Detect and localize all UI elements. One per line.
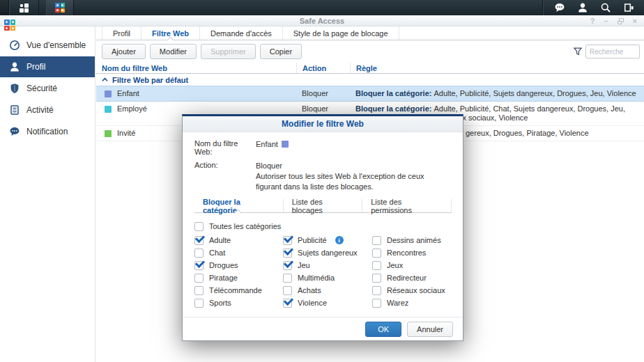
chevron-up-icon: [102, 77, 108, 82]
checkbox[interactable]: [372, 249, 381, 258]
sidebar-item-activite[interactable]: Activité: [0, 100, 95, 120]
search-input[interactable]: [585, 45, 640, 58]
checkbox-piratage[interactable]: Piratage: [194, 272, 283, 284]
window-titlebar[interactable]: Safe Access ? – ×: [0, 15, 644, 26]
filter-funnel-icon[interactable]: [574, 47, 582, 56]
checkbox[interactable]: [283, 249, 292, 258]
profile-name: Employé: [117, 104, 147, 113]
checkbox[interactable]: [194, 222, 204, 231]
rule-label: Bloquer la catégorie:: [355, 104, 431, 113]
tab-label: Liste des permissions: [371, 198, 443, 214]
tab-profil[interactable]: Profil: [102, 26, 141, 40]
copier-button[interactable]: Copier: [260, 44, 302, 59]
main-menu-grid-icon: [20, 3, 29, 13]
checkbox[interactable]: [194, 261, 204, 270]
search-icon[interactable]: [600, 2, 611, 13]
minimize-icon[interactable]: –: [604, 16, 608, 26]
modifier-button[interactable]: Modifier: [150, 44, 197, 59]
main-menu-button[interactable]: [9, 0, 39, 15]
overview-gauge-icon: [9, 40, 20, 51]
sidebar-item-label: Sécurité: [26, 84, 57, 93]
checkbox-redirecteur[interactable]: Redirecteur: [372, 272, 452, 284]
sidebar-item-label: Vue d'ensemble: [26, 40, 86, 50]
widgets-icon[interactable]: [623, 2, 634, 13]
checkbox-label: Jeux: [387, 261, 403, 269]
group-row-filtre-web-par-defaut[interactable]: Filtre Web par défaut: [96, 74, 644, 86]
checkbox[interactable]: [283, 286, 292, 295]
tab-style-page-blocage[interactable]: Style de la page de blocage: [283, 26, 399, 40]
modal-tab-bloquer-la-categorie[interactable]: Bloquer la catégorie: [194, 199, 284, 212]
tab-filtre-web[interactable]: Filtre Web: [141, 26, 200, 40]
profile-color-chip: [105, 90, 112, 97]
modal-tab-liste-des-blocages[interactable]: Liste des blocages: [284, 199, 363, 212]
tab-label: Style de la page de blocage: [293, 29, 388, 38]
checkbox-violence[interactable]: Violence: [283, 297, 372, 309]
checkbox-publicite[interactable]: Publicité: [283, 234, 372, 246]
checkbox-multimedia[interactable]: Multimédia: [283, 272, 372, 284]
taskbar-safe-access-button[interactable]: [46, 0, 74, 15]
modal-modifier-filtre-web: Modifier le filtre Web Nom du filtre Web…: [182, 114, 463, 341]
table-row-enfant[interactable]: Enfant Bloquer Bloquer la catégorie:Adul…: [96, 86, 644, 102]
checkbox[interactable]: [372, 261, 381, 270]
tab-demande-dacces[interactable]: Demande d'accès: [200, 26, 283, 40]
table-header[interactable]: Nom du filtre Web Action Règle: [96, 63, 644, 74]
checkbox-achats[interactable]: Achats: [283, 284, 372, 297]
tab-label: Filtre Web: [152, 29, 189, 38]
checkbox-sports[interactable]: Sports: [194, 297, 283, 309]
ajouter-button[interactable]: Ajouter: [102, 44, 146, 59]
checkbox[interactable]: [194, 236, 204, 245]
checkbox[interactable]: [372, 274, 381, 283]
help-icon[interactable]: ?: [590, 16, 595, 26]
checkbox-adulte[interactable]: Adulte: [194, 234, 283, 246]
sidebar-item-vue-densemble[interactable]: Vue d'ensemble: [0, 35, 95, 56]
info-icon[interactable]: [335, 236, 344, 244]
chat-bubble-icon: [9, 126, 20, 137]
checkbox[interactable]: [194, 299, 204, 308]
checkbox[interactable]: [194, 274, 204, 283]
modal-titlebar[interactable]: Modifier le filtre Web: [183, 116, 463, 132]
checkbox[interactable]: [372, 236, 381, 245]
checkbox-dessins-animes[interactable]: Dessins animés: [372, 234, 452, 246]
close-icon[interactable]: ×: [633, 16, 637, 26]
column-header-regle[interactable]: Règle: [350, 63, 644, 73]
column-header-action[interactable]: Action: [296, 63, 350, 73]
checkbox-reseaux-sociaux[interactable]: Réseaux sociaux: [372, 284, 452, 297]
topbar-right-icons: [542, 0, 644, 15]
rule-value: Bloquer la catégorie:Adulte, Publicité, …: [350, 86, 644, 101]
checkbox-drogues[interactable]: Drogues: [194, 259, 283, 272]
chat-icon[interactable]: [554, 2, 565, 13]
checkbox-chat[interactable]: Chat: [194, 246, 283, 259]
checkbox[interactable]: [372, 299, 381, 308]
checkbox-jeux[interactable]: Jeux: [372, 259, 452, 272]
checkbox-rencontres[interactable]: Rencontres: [372, 246, 452, 259]
supprimer-button[interactable]: Supprimer: [201, 44, 256, 59]
annuler-button[interactable]: Annuler: [407, 322, 453, 337]
checkbox-label: Rencontres: [387, 249, 426, 257]
checkbox[interactable]: [372, 286, 381, 295]
checkbox[interactable]: [283, 261, 292, 270]
checkbox-telecommande[interactable]: Télécommande: [194, 284, 283, 297]
modal-tab-liste-des-permissions[interactable]: Liste des permissions: [362, 199, 452, 212]
action-field-value: Bloquer: [256, 161, 452, 171]
ok-button[interactable]: OK: [365, 322, 401, 337]
checkbox-label: Violence: [298, 299, 327, 307]
sidebar-item-notification[interactable]: Notification: [0, 121, 95, 142]
checkbox[interactable]: [194, 249, 204, 258]
checkbox[interactable]: [194, 286, 204, 295]
checkbox-warez[interactable]: Warez: [372, 297, 452, 309]
checkbox[interactable]: [283, 299, 292, 308]
tab-label: Liste des blocages: [292, 198, 354, 214]
checkbox[interactable]: [283, 236, 292, 245]
restore-icon[interactable]: [618, 18, 624, 24]
checkbox-toutes-les-categories[interactable]: Toutes les catégories: [194, 221, 452, 232]
checkbox-jeu[interactable]: Jeu: [283, 259, 372, 272]
rule-label: Bloquer la catégorie:: [355, 89, 431, 97]
tab-label: Profil: [113, 29, 130, 38]
sidebar-item-profil[interactable]: Profil: [0, 56, 95, 77]
checkbox-sujets-dangereux[interactable]: Sujets dangereux: [283, 246, 372, 259]
column-header-nom[interactable]: Nom du filtre Web: [96, 63, 296, 73]
name-field-value: Enfant: [256, 139, 452, 156]
checkbox[interactable]: [283, 274, 292, 283]
user-icon[interactable]: [577, 2, 588, 13]
sidebar-item-securite[interactable]: Sécurité: [0, 78, 95, 99]
